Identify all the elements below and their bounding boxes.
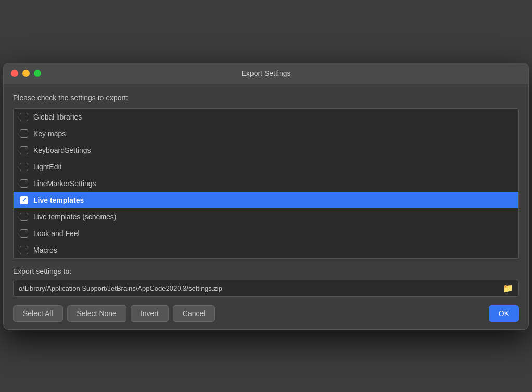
- cancel-button[interactable]: Cancel: [173, 305, 216, 322]
- select-all-button[interactable]: Select All: [13, 305, 63, 322]
- checkbox-keyboard-settings[interactable]: [20, 146, 28, 154]
- buttons-row: Select All Select None Invert Cancel OK: [13, 305, 519, 322]
- checkbox-light-edit[interactable]: [20, 163, 28, 171]
- select-none-button[interactable]: Select None: [67, 305, 126, 322]
- dialog-body: Please check the settings to export: Glo…: [4, 84, 528, 329]
- item-label-global-libraries: Global libraries: [33, 113, 82, 121]
- list-item-look-and-feel[interactable]: Look and Feel: [14, 225, 518, 242]
- traffic-light-buttons: [11, 70, 41, 77]
- export-path-text: o/Library/Application Support/JetBrains/…: [19, 284, 499, 292]
- ok-button[interactable]: OK: [489, 305, 519, 322]
- checkbox-global-libraries[interactable]: [20, 113, 28, 121]
- export-settings-dialog: Export Settings Please check the setting…: [3, 63, 529, 330]
- item-label-look-and-feel: Look and Feel: [33, 229, 80, 238]
- close-button[interactable]: [11, 70, 18, 77]
- export-to-label: Export settings to:: [13, 267, 519, 276]
- checkbox-macros[interactable]: [20, 246, 28, 254]
- list-item-light-edit[interactable]: LightEdit: [14, 159, 518, 175]
- list-item-macros[interactable]: Macros: [14, 242, 518, 258]
- settings-list: Global librariesKey mapsKeyboardSettings…: [13, 108, 519, 259]
- item-label-light-edit: LightEdit: [33, 163, 61, 171]
- list-item-live-templates-schemes[interactable]: Live templates (schemes): [14, 208, 518, 225]
- minimize-button[interactable]: [22, 70, 30, 77]
- item-label-line-marker-settings: LineMarkerSettings: [33, 179, 96, 188]
- instructions-label: Please check the settings to export:: [13, 94, 519, 102]
- item-label-live-templates-schemes: Live templates (schemes): [33, 213, 117, 221]
- checkbox-line-marker-settings[interactable]: [20, 179, 28, 188]
- list-item-global-libraries[interactable]: Global libraries: [14, 109, 518, 125]
- invert-button[interactable]: Invert: [131, 305, 169, 322]
- list-item-line-marker-settings[interactable]: LineMarkerSettings: [14, 175, 518, 192]
- item-label-macros: Macros: [33, 246, 57, 254]
- item-label-key-maps: Key maps: [33, 129, 66, 138]
- export-path-field: o/Library/Application Support/JetBrains/…: [13, 280, 519, 297]
- checkbox-live-templates-schemes[interactable]: [20, 213, 28, 221]
- item-label-keyboard-settings: KeyboardSettings: [33, 146, 91, 154]
- folder-icon[interactable]: 📁: [503, 283, 513, 293]
- maximize-button[interactable]: [34, 70, 41, 77]
- checkbox-live-templates[interactable]: [20, 196, 28, 204]
- list-item-key-maps[interactable]: Key maps: [14, 125, 518, 142]
- checkbox-key-maps[interactable]: [20, 129, 28, 138]
- checkbox-look-and-feel[interactable]: [20, 229, 28, 238]
- list-item-live-templates[interactable]: Live templates: [14, 192, 518, 208]
- dialog-title: Export Settings: [242, 69, 291, 77]
- list-item-keyboard-settings[interactable]: KeyboardSettings: [14, 142, 518, 159]
- item-label-live-templates: Live templates: [33, 196, 84, 204]
- title-bar: Export Settings: [4, 63, 528, 84]
